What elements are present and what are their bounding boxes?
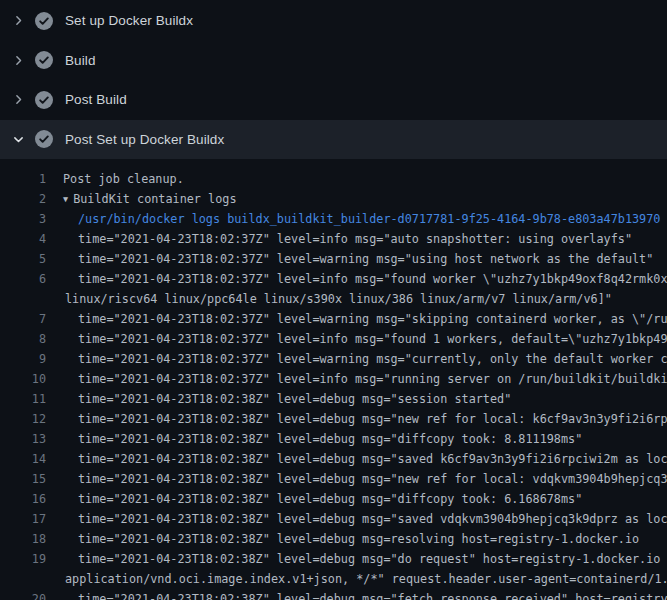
log-line-number[interactable]: 11 bbox=[0, 389, 46, 409]
log-line-text: time="2021-04-23T18:02:37Z" level=info m… bbox=[46, 369, 667, 389]
log-line: 14time="2021-04-23T18:02:38Z" level=debu… bbox=[0, 449, 667, 469]
log-line-text: time="2021-04-23T18:02:37Z" level=warnin… bbox=[46, 249, 653, 269]
chevron-right-icon bbox=[11, 14, 25, 28]
log-line: 13time="2021-04-23T18:02:38Z" level=debu… bbox=[0, 429, 667, 449]
log-line-number bbox=[0, 569, 46, 589]
log-line-number[interactable]: 4 bbox=[0, 229, 46, 249]
log-line-text: time="2021-04-23T18:02:37Z" level=warnin… bbox=[46, 309, 667, 329]
log-line: 15time="2021-04-23T18:02:38Z" level=debu… bbox=[0, 469, 667, 489]
check-circle-icon bbox=[35, 51, 53, 69]
log-line-number[interactable]: 13 bbox=[0, 429, 46, 449]
log-line-number[interactable]: 2 bbox=[0, 189, 46, 209]
log-line: 1Post job cleanup. bbox=[0, 169, 667, 189]
log-line-text: Post job cleanup. bbox=[46, 169, 184, 189]
log-line-text: time="2021-04-23T18:02:38Z" level=debug … bbox=[46, 409, 667, 429]
steps-list: Set up Docker BuildxBuildPost BuildPost … bbox=[0, 0, 667, 159]
log-line-text: time="2021-04-23T18:02:37Z" level=info m… bbox=[46, 269, 667, 289]
log-line: 3/usr/bin/docker logs buildx_buildkit_bu… bbox=[0, 209, 667, 229]
triangle-down-icon: ▼ bbox=[63, 189, 68, 209]
log-line-number[interactable]: 19 bbox=[0, 549, 46, 569]
log-line: 12time="2021-04-23T18:02:38Z" level=debu… bbox=[0, 409, 667, 429]
log-line: 17time="2021-04-23T18:02:38Z" level=debu… bbox=[0, 509, 667, 529]
log-line: 18time="2021-04-23T18:02:38Z" level=debu… bbox=[0, 529, 667, 549]
actions-log-panel: Set up Docker BuildxBuildPost BuildPost … bbox=[0, 0, 667, 600]
log-line-number[interactable]: 17 bbox=[0, 509, 46, 529]
check-circle-icon bbox=[35, 91, 53, 109]
log-line-number bbox=[0, 289, 46, 309]
log-command-text: /usr/bin/docker logs buildx_buildkit_bui… bbox=[46, 209, 660, 229]
log-line: 4time="2021-04-23T18:02:37Z" level=info … bbox=[0, 229, 667, 249]
log-line: 10time="2021-04-23T18:02:37Z" level=info… bbox=[0, 369, 667, 389]
log-line-text: time="2021-04-23T18:02:38Z" level=debug … bbox=[46, 469, 667, 489]
log-group-label: BuildKit container logs bbox=[73, 192, 236, 206]
log-group-header[interactable]: ▼BuildKit container logs bbox=[46, 189, 236, 209]
step-label: Set up Docker Buildx bbox=[65, 13, 193, 28]
log-line-text: time="2021-04-23T18:02:37Z" level=info m… bbox=[46, 329, 667, 349]
log-line: 16time="2021-04-23T18:02:38Z" level=debu… bbox=[0, 489, 667, 509]
log-line-continuation: linux/riscv64 linux/ppc64le linux/s390x … bbox=[0, 289, 667, 309]
step-row-build[interactable]: Build bbox=[0, 41, 667, 81]
log-line-number[interactable]: 9 bbox=[0, 349, 46, 369]
log-line-text: time="2021-04-23T18:02:38Z" level=debug … bbox=[46, 529, 639, 549]
log-viewer[interactable]: 1Post job cleanup.2▼BuildKit container l… bbox=[0, 159, 667, 600]
log-line-text: time="2021-04-23T18:02:38Z" level=debug … bbox=[46, 589, 667, 600]
chevron-right-icon bbox=[11, 53, 25, 67]
log-line-text: time="2021-04-23T18:02:37Z" level=warnin… bbox=[46, 349, 667, 369]
log-line-number[interactable]: 3 bbox=[0, 209, 46, 229]
log-line-text: time="2021-04-23T18:02:38Z" level=debug … bbox=[46, 509, 667, 529]
log-line-number[interactable]: 8 bbox=[0, 329, 46, 349]
step-row-set-up-docker-buildx[interactable]: Set up Docker Buildx bbox=[0, 1, 667, 41]
log-line-number[interactable]: 1 bbox=[0, 169, 46, 189]
log-line-number[interactable]: 16 bbox=[0, 489, 46, 509]
log-line-number[interactable]: 5 bbox=[0, 249, 46, 269]
log-line-number[interactable]: 20 bbox=[0, 589, 46, 600]
log-line-text: time="2021-04-23T18:02:38Z" level=debug … bbox=[46, 449, 667, 469]
step-label: Build bbox=[65, 53, 96, 68]
check-circle-icon bbox=[35, 130, 53, 148]
log-line: 9time="2021-04-23T18:02:37Z" level=warni… bbox=[0, 349, 667, 369]
log-line-text: time="2021-04-23T18:02:38Z" level=debug … bbox=[46, 389, 511, 409]
log-line-text: linux/riscv64 linux/ppc64le linux/s390x … bbox=[46, 289, 612, 309]
log-line-text: time="2021-04-23T18:02:38Z" level=debug … bbox=[46, 429, 582, 449]
log-line: 6time="2021-04-23T18:02:37Z" level=info … bbox=[0, 269, 667, 289]
log-line-number[interactable]: 10 bbox=[0, 369, 46, 389]
log-line: 19time="2021-04-23T18:02:38Z" level=debu… bbox=[0, 549, 667, 569]
log-line-number[interactable]: 6 bbox=[0, 269, 46, 289]
log-line: 5time="2021-04-23T18:02:37Z" level=warni… bbox=[0, 249, 667, 269]
log-line-number[interactable]: 18 bbox=[0, 529, 46, 549]
log-line-number[interactable]: 14 bbox=[0, 449, 46, 469]
log-line-number[interactable]: 12 bbox=[0, 409, 46, 429]
log-line: 8time="2021-04-23T18:02:37Z" level=info … bbox=[0, 329, 667, 349]
step-label: Post Set up Docker Buildx bbox=[65, 132, 224, 147]
log-line-number[interactable]: 15 bbox=[0, 469, 46, 489]
chevron-down-icon bbox=[11, 132, 25, 146]
log-line: 11time="2021-04-23T18:02:38Z" level=debu… bbox=[0, 389, 667, 409]
check-circle-icon bbox=[35, 12, 53, 30]
step-row-post-build[interactable]: Post Build bbox=[0, 80, 667, 120]
log-line: 20time="2021-04-23T18:02:38Z" level=debu… bbox=[0, 589, 667, 600]
log-line: 7time="2021-04-23T18:02:37Z" level=warni… bbox=[0, 309, 667, 329]
log-line-continuation: application/vnd.oci.image.index.v1+json,… bbox=[0, 569, 667, 589]
log-line-text: time="2021-04-23T18:02:37Z" level=info m… bbox=[46, 229, 632, 249]
log-line: 2▼BuildKit container logs bbox=[0, 189, 667, 209]
step-label: Post Build bbox=[65, 92, 127, 107]
step-row-post-set-up-docker-buildx[interactable]: Post Set up Docker Buildx bbox=[0, 120, 667, 160]
log-line-text: time="2021-04-23T18:02:38Z" level=debug … bbox=[46, 549, 667, 569]
log-line-number[interactable]: 7 bbox=[0, 309, 46, 329]
log-line-text: application/vnd.oci.image.index.v1+json,… bbox=[46, 569, 667, 589]
chevron-right-icon bbox=[11, 93, 25, 107]
log-line-text: time="2021-04-23T18:02:38Z" level=debug … bbox=[46, 489, 582, 509]
